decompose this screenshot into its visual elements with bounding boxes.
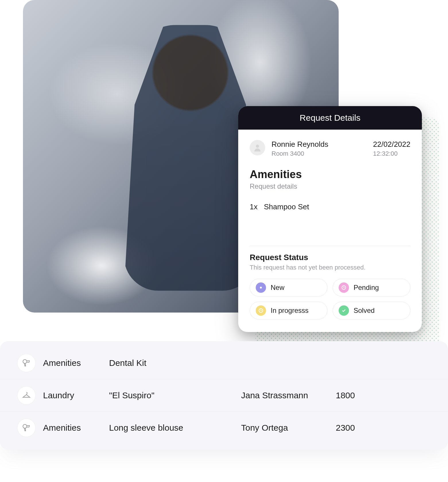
status-new[interactable]: New bbox=[250, 279, 327, 296]
list-row[interactable]: Laundry "El Suspiro" Jana Strassmann 180… bbox=[0, 379, 448, 411]
list-guest: Jana Strassmann bbox=[241, 391, 336, 400]
request-body: Ronnie Reynolds Room 3400 22/02/2022 12:… bbox=[238, 130, 422, 332]
guest-row: Ronnie Reynolds Room 3400 22/02/2022 12:… bbox=[250, 140, 410, 157]
line-item: 1x Shampoo Set bbox=[250, 202, 410, 211]
section-subtitle: Request details bbox=[250, 182, 410, 190]
line-item-qty: 1x bbox=[250, 202, 257, 211]
progress-icon bbox=[256, 305, 266, 316]
status-solved[interactable]: Solved bbox=[333, 302, 410, 319]
line-item-name: Shampoo Set bbox=[264, 202, 309, 211]
clock-icon bbox=[339, 282, 349, 293]
guest-datetime: 22/02/2022 12:32:00 bbox=[373, 140, 410, 157]
list-category: Laundry bbox=[43, 391, 109, 400]
user-icon bbox=[253, 143, 262, 152]
status-subtitle: This request has not yet been processed. bbox=[250, 264, 410, 271]
list-room: 1800 bbox=[336, 391, 448, 400]
status-new-icon bbox=[256, 282, 266, 293]
list-description: Long sleeve blouse bbox=[109, 423, 241, 433]
status-pending[interactable]: Pending bbox=[333, 279, 410, 296]
request-header-title: Request Details bbox=[300, 113, 360, 122]
guest-time: 12:32:00 bbox=[373, 150, 410, 157]
request-header: Request Details bbox=[238, 106, 422, 130]
avatar bbox=[250, 140, 265, 155]
request-details-card: Request Details Ronnie Reynolds Room 340… bbox=[238, 106, 422, 332]
hairdryer-icon bbox=[17, 354, 36, 372]
hairdryer-icon bbox=[17, 419, 36, 437]
list-category: Amenities bbox=[43, 423, 109, 433]
status-title: Request Status bbox=[250, 253, 410, 262]
section-title: Amenities bbox=[250, 168, 410, 181]
svg-point-0 bbox=[256, 145, 259, 148]
status-solved-label: Solved bbox=[354, 307, 375, 315]
person-silhouette bbox=[124, 25, 257, 291]
divider bbox=[250, 246, 410, 246]
requests-list: Amenities Dental Kit Laundry "El Suspiro… bbox=[0, 341, 448, 450]
status-in-progress-label: In progresss bbox=[271, 307, 309, 315]
list-description: Dental Kit bbox=[109, 358, 241, 368]
svg-point-4 bbox=[23, 360, 27, 363]
guest-date: 22/02/2022 bbox=[373, 140, 410, 149]
list-description: "El Suspiro" bbox=[109, 391, 241, 400]
list-row[interactable]: Amenities Long sleeve blouse Tony Ortega… bbox=[0, 411, 448, 444]
svg-point-1 bbox=[260, 287, 262, 289]
guest-info: Ronnie Reynolds Room 3400 bbox=[271, 140, 367, 157]
status-options: New Pending In progresss Solved bbox=[250, 279, 410, 319]
status-new-label: New bbox=[271, 284, 284, 292]
list-category: Amenities bbox=[43, 358, 109, 368]
list-room: 2300 bbox=[336, 423, 448, 433]
list-row[interactable]: Amenities Dental Kit bbox=[0, 347, 448, 379]
guest-room: Room 3400 bbox=[271, 150, 367, 157]
svg-point-5 bbox=[23, 424, 27, 428]
status-in-progress[interactable]: In progresss bbox=[250, 302, 327, 319]
check-icon bbox=[339, 305, 349, 316]
list-guest: Tony Ortega bbox=[241, 423, 336, 433]
status-pending-label: Pending bbox=[354, 284, 379, 292]
guest-name: Ronnie Reynolds bbox=[271, 140, 367, 149]
hanger-icon bbox=[17, 386, 36, 405]
